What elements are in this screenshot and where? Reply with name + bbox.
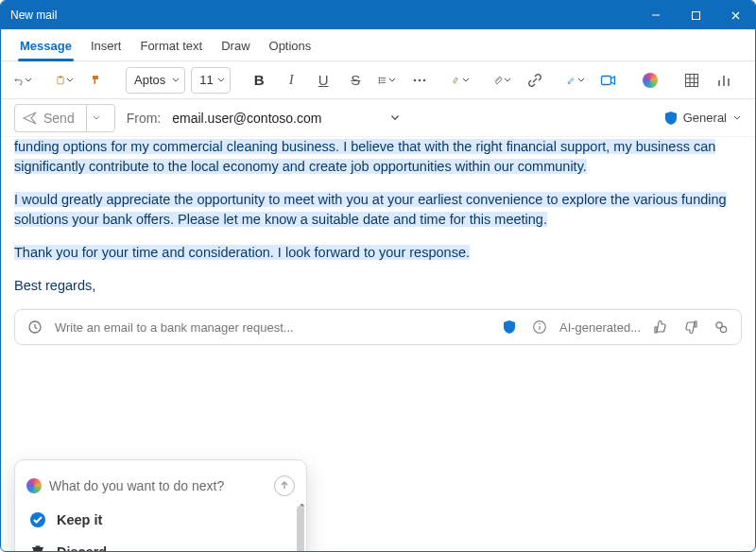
popup-discard-label: Discard bbox=[57, 544, 107, 552]
svg-rect-1 bbox=[692, 11, 699, 19]
signature-button[interactable] bbox=[563, 67, 590, 94]
trash-icon bbox=[28, 543, 47, 552]
strike-button[interactable]: S bbox=[342, 67, 369, 94]
ribbon-toolbar: Aptos 11 B I U S bbox=[1, 61, 755, 99]
svg-point-31 bbox=[539, 323, 541, 325]
camera-button[interactable] bbox=[595, 67, 622, 94]
copilot-icon bbox=[26, 478, 42, 493]
italic-button[interactable]: I bbox=[278, 67, 304, 94]
body-paragraph: I would greatly appreciate the opportuni… bbox=[14, 192, 727, 227]
copilot-icon bbox=[643, 73, 658, 88]
send-icon bbox=[23, 111, 38, 126]
from-label: From: bbox=[127, 111, 162, 126]
table-button[interactable] bbox=[679, 67, 705, 94]
body-paragraph: Thank you for your time and consideratio… bbox=[14, 245, 470, 260]
ribbon-overflow-button[interactable] bbox=[752, 67, 756, 94]
tab-options[interactable]: Options bbox=[260, 33, 321, 60]
svg-point-9 bbox=[379, 77, 380, 78]
chevron-down-icon bbox=[732, 113, 742, 123]
svg-point-10 bbox=[379, 79, 380, 80]
svg-rect-36 bbox=[32, 547, 43, 548]
info-icon[interactable] bbox=[529, 317, 550, 337]
svg-point-14 bbox=[423, 78, 426, 81]
more-formatting-button[interactable] bbox=[406, 67, 433, 94]
scrollbar-thumb[interactable] bbox=[297, 506, 304, 552]
font-name-select[interactable]: Aptos bbox=[126, 67, 185, 94]
copilot-button[interactable] bbox=[637, 67, 663, 94]
popup-discard[interactable]: Discard bbox=[15, 536, 299, 552]
tab-format-text[interactable]: Format text bbox=[130, 33, 212, 60]
svg-point-11 bbox=[379, 81, 380, 82]
attach-button[interactable] bbox=[490, 67, 516, 94]
from-dropdown[interactable] bbox=[389, 112, 401, 124]
paste-button[interactable] bbox=[52, 67, 78, 94]
thumbs-up-button[interactable] bbox=[650, 317, 671, 337]
shield-icon bbox=[664, 111, 678, 126]
send-label: Send bbox=[43, 111, 75, 126]
ribbon-tabs: Message Insert Format text Draw Options bbox=[1, 29, 755, 61]
bold-button[interactable]: B bbox=[246, 67, 272, 94]
maximize-button[interactable] bbox=[676, 1, 715, 29]
ai-generated-label: AI-generated... bbox=[559, 320, 641, 335]
svg-rect-5 bbox=[59, 76, 61, 78]
close-button[interactable] bbox=[715, 1, 755, 29]
highlighter-button[interactable] bbox=[448, 67, 474, 94]
history-icon[interactable] bbox=[25, 317, 45, 337]
svg-rect-17 bbox=[686, 74, 698, 86]
svg-rect-16 bbox=[602, 76, 611, 84]
link-button[interactable] bbox=[522, 67, 548, 94]
window-controls bbox=[636, 1, 755, 29]
tab-insert[interactable]: Insert bbox=[81, 33, 131, 60]
app-window: New mail Message Insert Format text Draw… bbox=[0, 0, 756, 552]
chevron-down-icon bbox=[216, 76, 226, 85]
svg-point-33 bbox=[720, 326, 726, 332]
font-size-value: 11 bbox=[199, 73, 213, 87]
copilot-next-popup: What do you want to do next? ▴ Keep it D… bbox=[14, 459, 307, 552]
chevron-down-icon bbox=[171, 76, 180, 85]
svg-point-12 bbox=[414, 78, 417, 81]
format-painter-button[interactable] bbox=[84, 67, 111, 94]
thumbs-down-button[interactable] bbox=[680, 317, 701, 337]
send-button[interactable]: Send bbox=[14, 104, 115, 132]
sensitivity-selector[interactable]: General bbox=[664, 111, 742, 126]
svg-point-13 bbox=[419, 78, 421, 81]
submit-button[interactable] bbox=[274, 475, 295, 496]
send-split-button[interactable] bbox=[86, 105, 107, 131]
copy-button[interactable] bbox=[711, 317, 731, 337]
copilot-prompt-bar: Write an email to a bank manager request… bbox=[14, 309, 742, 345]
shield-icon[interactable] bbox=[499, 317, 520, 337]
copilot-prompt-text[interactable]: Write an email to a bank manager request… bbox=[55, 320, 490, 335]
poll-button[interactable] bbox=[711, 67, 737, 94]
tab-draw[interactable]: Draw bbox=[212, 33, 259, 60]
from-email[interactable]: email.user@contoso.com bbox=[172, 111, 321, 126]
window-title: New mail bbox=[10, 9, 636, 22]
tab-message[interactable]: Message bbox=[10, 33, 81, 60]
bullets-button[interactable] bbox=[374, 67, 401, 94]
copilot-popup-prompt: What do you want to do next? bbox=[49, 478, 224, 493]
body-signoff: Best regards, bbox=[14, 276, 742, 296]
minimize-button[interactable] bbox=[636, 1, 676, 29]
popup-keep-it[interactable]: Keep it bbox=[15, 504, 299, 536]
font-size-select[interactable]: 11 bbox=[191, 67, 231, 94]
undo-button[interactable] bbox=[10, 67, 37, 94]
font-name-value: Aptos bbox=[134, 73, 165, 87]
popup-keep-label: Keep it bbox=[57, 512, 102, 527]
underline-button[interactable]: U bbox=[310, 67, 336, 94]
email-header: Send From: email.user@contoso.com Genera… bbox=[1, 99, 755, 137]
sensitivity-label: General bbox=[683, 111, 727, 125]
body-paragraph: funding options for my commercial cleani… bbox=[14, 139, 715, 174]
svg-rect-15 bbox=[453, 82, 458, 83]
title-bar: New mail bbox=[1, 1, 755, 29]
email-body[interactable]: funding options for my commercial cleani… bbox=[1, 137, 755, 296]
check-icon bbox=[28, 510, 47, 529]
